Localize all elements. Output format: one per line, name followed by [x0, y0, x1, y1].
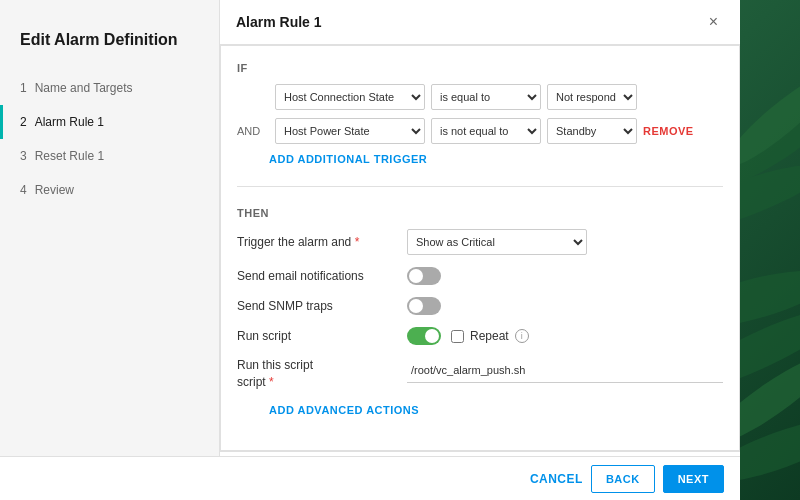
condition-operator-2[interactable]: is not equal to — [431, 118, 541, 144]
email-toggle-slider — [407, 267, 441, 285]
if-section: IF Host Connection State is equal to Not… — [237, 62, 723, 166]
step1-num: 1 — [20, 81, 27, 95]
condition-field-2[interactable]: Host Power State — [275, 118, 425, 144]
script-toggle-slider — [407, 327, 441, 345]
trigger-row: Trigger the alarm and * Show as Critical… — [237, 229, 723, 255]
main-panel: Alarm Rule 1 × IF Host Connection State … — [220, 0, 740, 500]
email-label: Send email notifications — [237, 269, 397, 283]
script-path-row: Run this script script * — [237, 357, 723, 391]
condition-prefix-2: AND — [237, 125, 269, 137]
snmp-row: Send SNMP traps — [237, 297, 723, 315]
back-button[interactable]: BACK — [591, 465, 655, 493]
run-script-label: Run this script script * — [237, 357, 397, 391]
close-button[interactable]: × — [703, 12, 724, 32]
next-button[interactable]: NEXT — [663, 465, 724, 493]
sidebar: Edit Alarm Definition 1 Name and Targets… — [0, 0, 220, 500]
run-script-label2: script — [237, 375, 266, 389]
trigger-value-select[interactable]: Show as Critical Show as Warning Show as… — [407, 229, 587, 255]
email-row: Send email notifications — [237, 267, 723, 285]
trigger-label: Trigger the alarm and * — [237, 235, 397, 249]
sidebar-item-step4[interactable]: 4 Review — [0, 173, 219, 207]
snmp-toggle-slider — [407, 297, 441, 315]
then-section: THEN Trigger the alarm and * Show as Cri… — [237, 207, 723, 417]
repeat-checkbox[interactable] — [451, 330, 464, 343]
script-toggle[interactable] — [407, 327, 441, 345]
bottom-bar: CANCEL BACK NEXT — [0, 456, 740, 500]
email-toggle[interactable] — [407, 267, 441, 285]
repeat-row: Repeat i — [451, 329, 529, 343]
step1-label: Name and Targets — [35, 81, 133, 95]
step4-label: Review — [35, 183, 74, 197]
step2-num: 2 — [20, 115, 27, 129]
add-advanced-button[interactable]: ADD ADVANCED ACTIONS — [269, 404, 419, 416]
section-divider — [237, 186, 723, 187]
script-label: Run script — [237, 329, 397, 343]
repeat-label: Repeat — [470, 329, 509, 343]
step2-label: Alarm Rule 1 — [35, 115, 104, 129]
dialog-title: Edit Alarm Definition — [0, 20, 219, 71]
condition-row-2: AND Host Power State is not equal to Sta… — [237, 118, 723, 144]
step3-label: Reset Rule 1 — [35, 149, 104, 163]
info-icon[interactable]: i — [515, 329, 529, 343]
sidebar-item-step1[interactable]: 1 Name and Targets — [0, 71, 219, 105]
step4-num: 4 — [20, 183, 27, 197]
panel-header: Alarm Rule 1 × — [220, 0, 740, 45]
run-script-required: * — [269, 375, 274, 389]
condition-value-2[interactable]: Standby — [547, 118, 637, 144]
add-trigger-button[interactable]: ADD ADDITIONAL TRIGGER — [269, 153, 427, 165]
then-label: THEN — [237, 207, 723, 219]
panel-body[interactable]: IF Host Connection State is equal to Not… — [220, 45, 740, 451]
sidebar-item-step2[interactable]: 2 Alarm Rule 1 — [0, 105, 219, 139]
condition-field-1[interactable]: Host Connection State — [275, 84, 425, 110]
trigger-required: * — [355, 235, 360, 249]
step3-num: 3 — [20, 149, 27, 163]
cancel-button[interactable]: CANCEL — [530, 472, 583, 486]
dialog: Edit Alarm Definition 1 Name and Targets… — [0, 0, 740, 500]
remove-condition-button[interactable]: REMOVE — [643, 125, 694, 137]
script-input-wrapper — [407, 357, 723, 383]
snmp-toggle[interactable] — [407, 297, 441, 315]
panel-title: Alarm Rule 1 — [236, 14, 322, 30]
run-script-row: Run script Repeat i — [237, 327, 723, 345]
snmp-label: Send SNMP traps — [237, 299, 397, 313]
condition-operator-1[interactable]: is equal to — [431, 84, 541, 110]
condition-value-1[interactable]: Not responding — [547, 84, 637, 110]
sidebar-item-step3[interactable]: 3 Reset Rule 1 — [0, 139, 219, 173]
script-path-input[interactable] — [407, 357, 723, 383]
if-label: IF — [237, 62, 723, 74]
condition-row-1: Host Connection State is equal to Not re… — [237, 84, 723, 110]
